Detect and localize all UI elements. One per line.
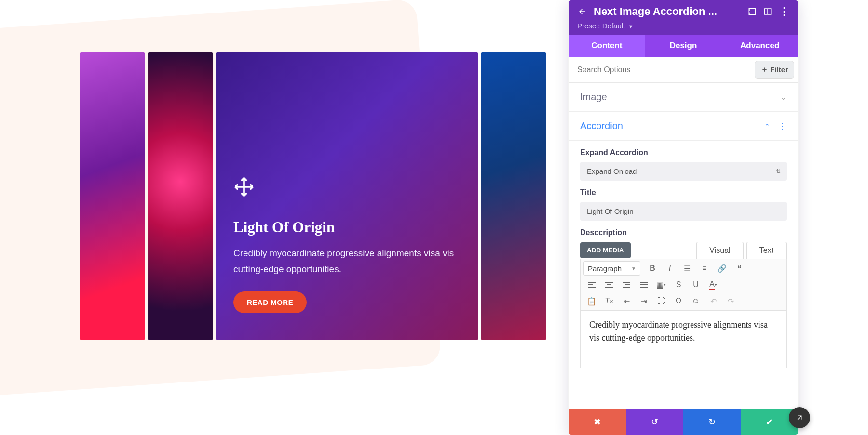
outdent-icon[interactable]: ⇤ xyxy=(618,294,635,308)
ul-icon[interactable]: ☰ xyxy=(679,261,695,276)
tab-advanced[interactable]: Advanced xyxy=(721,35,798,57)
select-caret-icon: ⇅ xyxy=(776,168,781,175)
italic-icon[interactable]: I xyxy=(662,261,678,276)
title-label: Title xyxy=(580,188,787,197)
editor-tab-text[interactable]: Text xyxy=(746,242,787,259)
expand-accordion-select[interactable]: Expand Onload ⇅ xyxy=(580,162,787,181)
chevron-down-icon: ⌄ xyxy=(781,93,787,101)
accordion-slab-2[interactable] xyxy=(148,52,213,340)
settings-panel: Next Image Accordion ... ⋮ Preset: Defau… xyxy=(568,0,799,435)
caret-down-icon: ▼ xyxy=(628,24,633,29)
description-label: Desccription xyxy=(580,228,787,237)
preset-value: Default xyxy=(602,22,625,30)
redo-button[interactable]: ↻ xyxy=(683,409,741,435)
fullscreen-icon[interactable]: ⛶ xyxy=(653,294,669,308)
table-icon[interactable]: ▦▾ xyxy=(653,277,669,292)
title-input[interactable] xyxy=(580,202,787,221)
kebab-icon[interactable]: ⋮ xyxy=(779,5,789,18)
ol-icon[interactable]: ≡ xyxy=(696,261,713,276)
undo-button[interactable]: ↺ xyxy=(626,409,683,435)
read-more-button[interactable]: READ MORE xyxy=(233,291,307,313)
quote-icon[interactable]: ❝ xyxy=(731,261,747,276)
link-icon[interactable]: 🔗 xyxy=(714,261,730,276)
slab-title: Light Of Origin xyxy=(233,219,461,236)
accordion-slab-4[interactable] xyxy=(481,52,546,340)
preset-label: Preset: xyxy=(577,22,600,30)
panel-tabs: Content Design Advanced xyxy=(569,35,798,57)
columns-icon[interactable] xyxy=(763,7,772,16)
align-center-icon[interactable] xyxy=(601,277,617,292)
paste-icon[interactable]: 📋 xyxy=(583,294,600,308)
section-accordion-label: Accordion xyxy=(580,120,764,132)
special-char-icon[interactable]: Ω xyxy=(670,294,687,308)
caret-down-icon: ▼ xyxy=(631,266,636,271)
accordion-slab-1[interactable] xyxy=(80,52,145,340)
section-image-label: Image xyxy=(580,92,781,103)
text-color-icon[interactable]: A▾ xyxy=(705,277,721,292)
section-image[interactable]: Image ⌄ xyxy=(569,83,798,112)
panel-header: Next Image Accordion ... ⋮ Preset: Defau… xyxy=(569,0,798,35)
expand-accordion-label: Expand Accordion xyxy=(580,148,787,157)
expand-icon[interactable] xyxy=(748,7,757,16)
emoji-icon[interactable]: ☺ xyxy=(688,294,704,308)
redo-icon[interactable]: ↷ xyxy=(722,294,739,308)
tab-design[interactable]: Design xyxy=(645,35,722,57)
paragraph-dropdown[interactable]: Paragraph ▼ xyxy=(583,261,640,276)
resize-handle-fab[interactable] xyxy=(789,407,810,428)
panel-actions: ✖ ↺ ↻ ✔ xyxy=(569,409,798,435)
filter-label: Filter xyxy=(770,66,788,74)
search-row: ＋ Filter xyxy=(569,57,798,83)
chevron-up-icon: ⌄ xyxy=(764,122,770,130)
indent-icon[interactable]: ⇥ xyxy=(636,294,652,308)
image-accordion-preview: Light Of Origin Credibly myocardinate pr… xyxy=(80,52,546,340)
slab-content: Light Of Origin Credibly myocardinate pr… xyxy=(216,159,478,330)
back-icon[interactable] xyxy=(577,7,587,16)
paragraph-dd-label: Paragraph xyxy=(588,264,622,273)
filter-button[interactable]: ＋ Filter xyxy=(755,61,794,79)
editor-tab-visual[interactable]: Visual xyxy=(696,242,743,259)
move-icon[interactable] xyxy=(233,176,461,199)
slab-description: Credibly myocardinate progressive alignm… xyxy=(233,246,461,277)
editor-toolbar: Paragraph ▼ B I ☰ ≡ 🔗 ❝ ▦▾ S U xyxy=(580,259,787,310)
panel-title: Next Image Accordion ... xyxy=(594,5,741,18)
tab-content[interactable]: Content xyxy=(569,35,645,57)
strike-icon[interactable]: S xyxy=(670,277,687,292)
section-kebab-icon[interactable]: ⋮ xyxy=(778,121,787,132)
plus-icon: ＋ xyxy=(761,65,768,74)
description-editor[interactable]: Credibly myocardinate progressive alignm… xyxy=(580,310,787,368)
expand-accordion-value: Expand Onload xyxy=(587,167,637,175)
align-left-icon[interactable] xyxy=(583,277,600,292)
editor-top-row: ADD MEDIA Visual Text xyxy=(580,242,787,259)
align-justify-icon[interactable] xyxy=(636,277,652,292)
section-accordion[interactable]: Accordion ⌄ ⋮ xyxy=(569,112,798,141)
underline-icon[interactable]: U xyxy=(688,277,704,292)
search-input[interactable] xyxy=(569,59,751,81)
add-media-button[interactable]: ADD MEDIA xyxy=(580,242,631,258)
cancel-button[interactable]: ✖ xyxy=(569,409,626,435)
section-accordion-body: Expand Accordion Expand Onload ⇅ Title D… xyxy=(569,141,798,377)
accordion-slab-active[interactable]: Light Of Origin Credibly myocardinate pr… xyxy=(216,52,478,340)
bold-icon[interactable]: B xyxy=(644,261,661,276)
clear-format-icon[interactable]: T× xyxy=(601,294,617,308)
align-right-icon[interactable] xyxy=(618,277,635,292)
undo-icon[interactable]: ↶ xyxy=(705,294,721,308)
preset-selector[interactable]: Preset: Default ▼ xyxy=(577,22,789,30)
